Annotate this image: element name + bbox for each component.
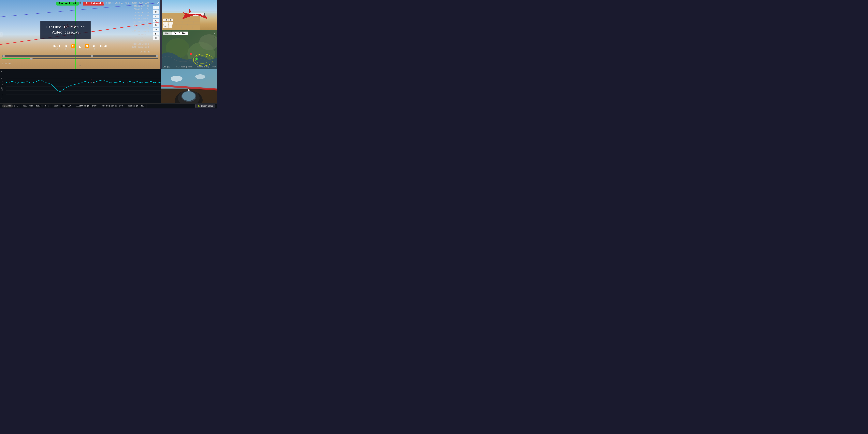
- svg-text:-0.5: -0.5: [90, 81, 95, 84]
- cockpit-view: [161, 69, 217, 103]
- forward-1-btn[interactable]: ⏩ 1: [85, 44, 89, 50]
- pitch-unc: Pitch Unc: 00.00: [103, 27, 149, 30]
- pos-unc: Pos Unc: 00.67: [103, 18, 149, 21]
- chart-y-max: 2: [1, 70, 2, 72]
- play-btn[interactable]: ▶: [79, 45, 81, 49]
- forward-5-btn[interactable]: ⏭ 5: [93, 44, 96, 50]
- expand-3d-icon[interactable]: ⤢: [213, 1, 216, 4]
- mode-btn-x[interactable]: X: [153, 14, 159, 18]
- aircraft-main: [62, 21, 79, 32]
- main-container: ⠿ Box Vertical Box Lateral UTC Time: 202…: [0, 0, 217, 108]
- timeline-knob-mid[interactable]: [91, 55, 93, 57]
- mode-btn-a[interactable]: A: [153, 19, 159, 23]
- box-vertical-label: Box Vertical: [56, 2, 79, 5]
- gload-value: 1.1: [14, 105, 18, 107]
- mode-btn-g[interactable]: G: [153, 28, 159, 31]
- chart-y-label: Roll-rate: [1, 81, 3, 91]
- drag-handle-bottom[interactable]: ⠿: [79, 65, 81, 68]
- map-video-icon[interactable]: ▭: [214, 36, 215, 39]
- height-value: 457: [141, 105, 144, 107]
- mode-btn-b[interactable]: B: [153, 23, 159, 27]
- center-divider[interactable]: ⠿: [160, 0, 162, 69]
- svg-marker-18: [182, 14, 196, 19]
- playback-knob[interactable]: [30, 58, 33, 60]
- forward-10-btn[interactable]: ⏭⏭ 10: [100, 44, 107, 50]
- pip-video-bottom: [161, 69, 217, 103]
- speed-value: 296: [68, 105, 71, 107]
- aircraft-3d: [181, 4, 209, 25]
- svg-marker-21: [189, 7, 191, 13]
- mode-btn-f[interactable]: F: [153, 32, 159, 35]
- gnss1-fix: GNSS1 Fix: 04: [103, 8, 149, 11]
- chart-y-1: 1: [1, 73, 2, 75]
- svg-marker-3: [63, 25, 67, 26]
- timeline-knob-left[interactable]: [2, 55, 5, 57]
- progress-area: [2, 56, 158, 61]
- plus-x-btn[interactable]: +X: [163, 19, 168, 21]
- gload-status: G-load 1.1: [0, 103, 20, 108]
- mode-btn-h[interactable]: H: [153, 36, 159, 40]
- rollrate-value: -0.5: [44, 105, 49, 107]
- minus-x-btn[interactable]: -X: [168, 19, 173, 21]
- timeline-track[interactable]: [2, 56, 158, 57]
- minus-z-btn[interactable]: -Z: [168, 25, 173, 28]
- playback-timestamp: 20:50.10: [140, 51, 150, 53]
- map-satellite-overlay: [162, 30, 217, 69]
- valid-fix: Valid Fix: 1: [103, 36, 149, 39]
- rewind-10-btn[interactable]: ⏮⏮ 10: [53, 44, 60, 50]
- playback-controls: ⏮⏮ 10 ⏮ 5 ⏪ 1 ▶ ⏩ 1: [53, 44, 107, 50]
- drag-handle-3d[interactable]: ⠿: [189, 1, 190, 4]
- expand-flight-view-icon[interactable]: ⤢: [156, 1, 159, 5]
- error: Error: 13: [103, 39, 149, 42]
- box-hdg-label: Box Hdg [deg]: [101, 105, 117, 107]
- expand-map-icon[interactable]: ⤢: [213, 32, 216, 35]
- chart-y-n5: -5: [0, 98, 3, 100]
- box-labels: Box Vertical Box Lateral: [56, 2, 104, 5]
- rewind-1-btn[interactable]: ⏪ 1: [71, 44, 75, 50]
- drag-handle-map[interactable]: ⠿: [189, 31, 190, 34]
- svg-point-31: [190, 53, 192, 55]
- top-row: ⠿ Box Vertical Box Lateral UTC Time: 202…: [0, 0, 217, 69]
- view-3d: ⤢ ⠿ +X -X +Y -Y +Z -Z: [162, 0, 217, 30]
- height-status: Height [m] 457: [125, 103, 147, 108]
- utc-time: UTC Time: 2024-07-06 17:39:59.99.631546: [103, 2, 149, 5]
- bottom-row: 2 1 0 -1 -2 -3 -4 -5 Roll-rate: [0, 69, 217, 103]
- left-handle[interactable]: ⠿: [0, 32, 3, 37]
- map-error[interactable]: Map Data | Terms | Report a map error: [176, 66, 216, 68]
- report-bug-button[interactable]: 🐛 Report a Bug: [195, 104, 215, 108]
- altitude-value: 1488: [92, 105, 96, 107]
- map-tabs: Map Satellite: [163, 32, 188, 35]
- map-panel: Map Satellite ⤢ ▭ ⠿ Google Map Data | Te…: [162, 30, 217, 69]
- status-bar: G-load 1.1 Roll-rate [deg/s] -0.5 Speed …: [0, 103, 217, 108]
- box-lateral-label: Box Lateral: [83, 2, 104, 5]
- report-bug-label: Report a Bug: [201, 105, 213, 107]
- svg-point-50: [195, 74, 205, 79]
- box-hdg-value: -180: [118, 105, 123, 107]
- height-label: Height [m]: [128, 105, 140, 107]
- gnss-compass: GNSS Compass: 0: [103, 46, 149, 49]
- timeline-knob-right[interactable]: [156, 55, 158, 57]
- heading-ins: Heading INS: 1: [103, 42, 149, 46]
- altitude-status: Altitude [m] 1488: [74, 103, 99, 108]
- chart-svg: ✕ -0.5: [6, 69, 161, 100]
- plus-z-btn[interactable]: +Z: [163, 25, 168, 28]
- minus-y-btn[interactable]: -Y: [168, 22, 173, 25]
- yaw-unc: Yaw Unc: 00.00: [103, 24, 149, 27]
- playback-track[interactable]: [2, 58, 158, 59]
- flight-view: ⠿ Box Vertical Box Lateral UTC Time: 202…: [0, 0, 160, 69]
- mode-btn-t[interactable]: T: [153, 6, 159, 9]
- time-label: 0:00.00: [2, 63, 11, 65]
- ins-mode: INS Mode: 1: [103, 33, 149, 36]
- rollrate-label: Roll-rate [deg/s]: [23, 105, 43, 107]
- svg-marker-4: [67, 23, 68, 26]
- tab-satellite[interactable]: Satellite: [172, 32, 188, 35]
- chart-y-0: 0: [1, 77, 2, 79]
- box-hdg-status: Box Hdg [deg] -180: [99, 103, 125, 108]
- rewind-5-btn[interactable]: ⏮ 5: [64, 44, 67, 50]
- rollrate-status: Roll-rate [deg/s] -0.5: [20, 103, 51, 108]
- roll-unc: Roll Unc: 00.00: [103, 30, 149, 33]
- plus-y-btn[interactable]: +Y: [163, 22, 168, 25]
- mode-btn-r[interactable]: R: [153, 10, 159, 14]
- tab-map[interactable]: Map: [163, 32, 172, 35]
- svg-text:✕: ✕: [90, 78, 92, 81]
